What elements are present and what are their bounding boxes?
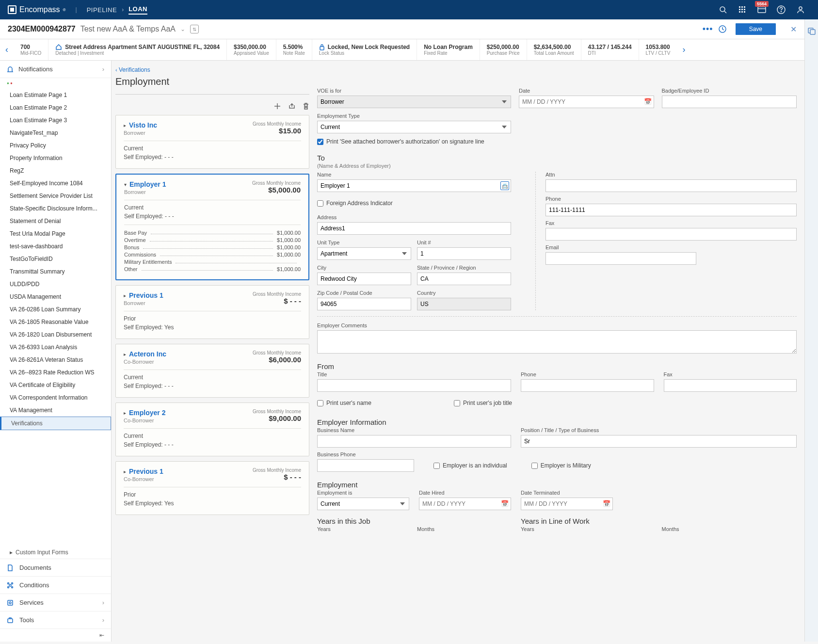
sidebar-item[interactable]: Statement of Denial (0, 215, 111, 227)
employer-name-input[interactable] (317, 179, 511, 192)
nav-pipeline[interactable]: PIPELINE (87, 6, 117, 14)
emp-military-checkbox[interactable]: Employer is Military (531, 462, 591, 469)
summary-prev-icon[interactable]: ‹ (0, 39, 14, 60)
emp-individual-checkbox[interactable]: Employer is an individual (433, 462, 507, 469)
voe-select[interactable]: Borrower (317, 96, 511, 108)
chevron-icon[interactable]: ▸ (124, 410, 126, 416)
sidebar-item[interactable]: ULDD/PDD (0, 278, 111, 290)
loan-dropdown-icon[interactable]: ⌄ (180, 26, 185, 32)
apps-icon[interactable] (737, 4, 748, 16)
chevron-icon[interactable]: ▸ (124, 352, 126, 357)
sidebar-custom-forms[interactable]: ▸Custom Input Forms (0, 546, 111, 559)
zip-input[interactable] (317, 298, 411, 310)
sidebar-collapse-icon[interactable]: ⇤ (0, 628, 111, 642)
sidebar-item[interactable]: VA 26-8261A Veteran Status (0, 354, 111, 366)
sidebar-item[interactable]: VA 26-1805 Reasonable Value (0, 316, 111, 328)
sidebar-item[interactable]: Verifications (0, 417, 111, 430)
sidebar-item[interactable]: VA Certificate of Eligibility (0, 379, 111, 391)
phone-input[interactable] (545, 204, 797, 216)
employer-name[interactable]: Employer 2 (129, 409, 165, 417)
sidebar-item[interactable]: VA 26-6393 Loan Analysis (0, 341, 111, 354)
sidebar-documents[interactable]: Documents (0, 559, 111, 576)
user-icon[interactable] (795, 4, 806, 16)
sidebar-item[interactable]: Property Information (0, 152, 111, 164)
sidebar-item[interactable]: Self-Employed Income 1084 (0, 177, 111, 190)
sidebar-item[interactable]: RegZ (0, 164, 111, 177)
business-phone-input[interactable] (317, 459, 414, 472)
sidebar-item[interactable]: Loan Estimate Page 1 (0, 89, 111, 101)
foreign-addr-checkbox[interactable]: Foreign Address Indicator (317, 200, 511, 207)
employer-card[interactable]: ▾Employer 1 Borrower Gross Monthly Incom… (115, 174, 309, 280)
date-terminated-input[interactable] (521, 498, 613, 510)
close-icon[interactable]: ✕ (790, 25, 797, 34)
more-options-icon[interactable]: ••• (703, 24, 713, 34)
address-input[interactable] (317, 222, 511, 235)
delete-icon[interactable] (303, 102, 309, 110)
sidebar-item[interactable]: State-Specific Disclosure Inform... (0, 202, 111, 215)
brand-logo[interactable]: Encompass® (8, 5, 66, 14)
employer-name[interactable]: Visto Inc (129, 121, 157, 129)
employer-card[interactable]: ▸Previous 1 Co-Borrower Gross Monthly In… (115, 461, 309, 515)
nav-loan[interactable]: LOAN (128, 5, 147, 15)
employment-is-select[interactable]: Current (317, 498, 409, 510)
sidebar-item[interactable]: VA 26--8923 Rate Reduction WS (0, 366, 111, 379)
add-icon[interactable] (273, 102, 281, 110)
sidebar-item[interactable]: Settlement Service Provider List (0, 190, 111, 202)
sidebar-conditions[interactable]: Conditions (0, 576, 111, 594)
employer-card[interactable]: ▸Employer 2 Co-Borrower Gross Monthly In… (115, 402, 309, 456)
employer-card[interactable]: ▸Previous 1 Borrower Gross Monthly Incom… (115, 285, 309, 339)
business-name-input[interactable] (317, 435, 511, 448)
chevron-icon[interactable]: ▾ (124, 182, 127, 187)
sidebar-tools[interactable]: Tools› (0, 611, 111, 628)
loan-action-icon[interactable]: ⇅ (190, 25, 199, 33)
help-icon[interactable] (775, 4, 787, 16)
employer-card[interactable]: ▸Visto Inc Borrower Gross Monthly Income… (115, 115, 309, 169)
sidebar-item[interactable]: USDA Management (0, 290, 111, 303)
sidebar-item[interactable]: TestGoToFieldID (0, 253, 111, 265)
save-button[interactable]: Save (736, 23, 776, 35)
sidebar-item[interactable]: Privacy Policy (0, 139, 111, 152)
address-book-icon[interactable]: 📇 (500, 181, 509, 190)
fax-input[interactable] (545, 228, 797, 241)
chevron-icon[interactable]: ▸ (124, 293, 126, 298)
country-input[interactable] (417, 298, 511, 310)
email-input[interactable] (545, 252, 696, 265)
sidebar-item[interactable]: VA Correspondent Information (0, 391, 111, 404)
employer-name[interactable]: Employer 1 (129, 180, 166, 188)
unit-num-input[interactable] (417, 247, 511, 260)
chevron-icon[interactable]: ▸ (124, 469, 126, 474)
employer-card[interactable]: ▸Acteron Inc Co-Borrower Gross Monthly I… (115, 344, 309, 398)
from-title-input[interactable] (317, 379, 511, 392)
history-icon[interactable] (718, 25, 727, 33)
employer-name[interactable]: Acteron Inc (129, 350, 166, 358)
from-phone-input[interactable] (521, 379, 654, 392)
sidebar-item[interactable]: Test Urla Modal Page (0, 227, 111, 240)
badge-input[interactable] (662, 96, 797, 108)
sidebar-item[interactable]: Loan Estimate Page 3 (0, 114, 111, 127)
position-input[interactable] (521, 435, 797, 448)
sidebar-item[interactable]: NavigateTest_map (0, 127, 111, 139)
print-user-job-checkbox[interactable]: Print user's job title (454, 400, 512, 406)
date-hired-input[interactable] (419, 498, 511, 510)
print-auth-checkbox[interactable]: Print 'See attached borrower's authoriza… (317, 138, 797, 145)
chevron-icon[interactable]: ▸ (124, 123, 126, 128)
employer-name[interactable]: Previous 1 (129, 291, 163, 299)
sidebar-item[interactable]: VA Management (0, 404, 111, 417)
search-icon[interactable] (717, 4, 729, 16)
sidebar-item[interactable]: VA 26-0286 Loan Summary (0, 303, 111, 316)
sidebar-services[interactable]: Services› (0, 594, 111, 611)
inbox-icon[interactable]: 5564 (756, 4, 768, 16)
sidebar-item[interactable]: test-save-dashboard (0, 240, 111, 253)
right-panel-toggle[interactable] (804, 19, 818, 642)
employment-type-select[interactable]: Current (317, 121, 511, 133)
print-user-name-checkbox[interactable]: Print user's name (317, 400, 371, 406)
sidebar-item[interactable]: VA 26-1820 Loan Disbursement (0, 328, 111, 341)
date-input[interactable] (519, 96, 654, 108)
sidebar-item[interactable]: Loan Estimate Page 2 (0, 101, 111, 114)
summary-next-icon[interactable]: › (677, 39, 690, 60)
sidebar-notifications[interactable]: Notifications › (0, 61, 111, 78)
employer-comments[interactable] (317, 330, 797, 354)
from-fax-input[interactable] (664, 379, 797, 392)
unit-type-select[interactable]: Apartment (317, 247, 411, 260)
attn-input[interactable] (545, 179, 797, 192)
